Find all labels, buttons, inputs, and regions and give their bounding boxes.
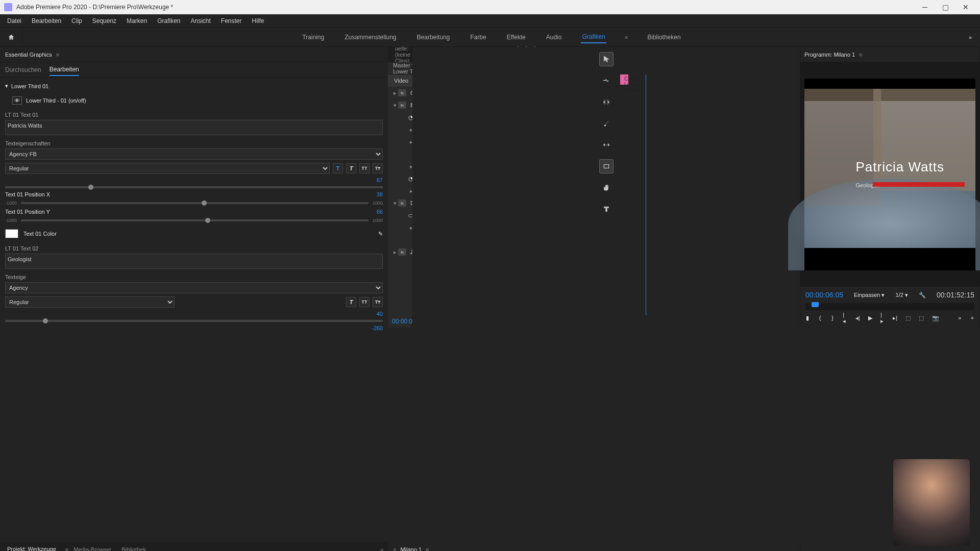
timeline-tab[interactable]: Milano 1 (400, 546, 422, 552)
ripple-edit-tool[interactable] (599, 95, 614, 109)
program-scrubber[interactable] (805, 303, 974, 310)
eg-text01-input[interactable] (5, 120, 383, 135)
selection-tool[interactable] (599, 52, 614, 66)
eg-posx-slider[interactable] (21, 202, 369, 204)
fit-dropdown[interactable]: Einpassen ▾ (854, 292, 885, 298)
resolution-dropdown[interactable]: 1/2 ▾ (896, 292, 908, 298)
mark-out-button[interactable]: } (830, 312, 835, 323)
eg-color-swatch[interactable] (5, 229, 18, 238)
eg-italic-button[interactable]: T (346, 163, 356, 173)
menu-marken[interactable]: Marken (121, 15, 152, 27)
timeline-panel: × Milano 1 ≡ 00:00:06:05 ⚲ 🔗 ▮ ⚙ 🔧 🔒V6⊡👁… (388, 542, 800, 551)
workspace-bearbeitung[interactable]: Bearbeitung (416, 32, 451, 43)
go-to-out-button[interactable]: ▸| (893, 312, 897, 323)
workspace-farbe[interactable]: Farbe (469, 32, 487, 43)
play-button[interactable]: ▶ (868, 312, 872, 323)
eg-font-select[interactable]: Agency FB (5, 148, 383, 160)
add-button[interactable]: + (970, 312, 974, 323)
fx-badge[interactable]: fx (398, 102, 406, 109)
eg-tab-durchsuchen[interactable]: Durchsuchen (5, 64, 41, 76)
slip-tool[interactable] (599, 138, 614, 152)
menu-bearbeiten[interactable]: Bearbeiten (27, 15, 66, 27)
eg-tab-bearbeiten[interactable]: Bearbeiten (50, 64, 79, 76)
add-marker-button[interactable]: ▮ (805, 312, 810, 323)
fx-badge[interactable]: fx (398, 89, 406, 96)
program-timecode[interactable]: 00:00:06:05 (805, 291, 843, 299)
eg-layer-row[interactable]: 👁 Lower Third - 01 (on/off) (5, 94, 383, 107)
eg-size2-slider[interactable] (5, 320, 383, 322)
eg-smallcaps2-button[interactable]: Tᴛ (373, 297, 383, 307)
eg-size-value[interactable]: 87 (377, 177, 383, 183)
step-back-button[interactable]: ◂| (855, 312, 860, 323)
eg-allcaps-button[interactable]: TT (359, 163, 370, 173)
menu-grafiken[interactable]: Grafiken (152, 15, 185, 27)
eg-posx-value[interactable]: 38 (377, 191, 383, 197)
hand-tool[interactable] (599, 181, 614, 195)
eg-menu-icon[interactable]: ≡ (56, 52, 59, 58)
fx-badge[interactable]: fx (398, 248, 406, 256)
maximize-button[interactable]: ▢ (935, 0, 955, 14)
fx-badge[interactable]: fx (398, 199, 406, 207)
eg-posy-slider[interactable] (21, 219, 369, 221)
eg-smallcaps-button[interactable]: Tᴛ (373, 163, 383, 173)
workspace-menu-icon[interactable]: ≡ (625, 34, 628, 40)
panel-overflow-icon[interactable]: » (376, 546, 387, 552)
eye-icon[interactable]: 👁 (12, 96, 22, 105)
effect-controls-panel: uelle: (keine Clips) Lumetri-Scopes Effe… (388, 47, 412, 328)
close-tab-icon[interactable]: × (393, 546, 396, 552)
program-menu-icon[interactable]: ≡ (859, 52, 862, 58)
tab-projekt[interactable]: Projekt: Werkzeuge (2, 543, 61, 551)
rectangle-tool[interactable] (599, 159, 614, 173)
ec-playhead[interactable] (646, 74, 646, 315)
type-tool[interactable] (599, 202, 614, 216)
eg-size2-value[interactable]: 40 (377, 311, 383, 317)
eg-weight2-select[interactable]: Regular (5, 296, 175, 308)
button-editor[interactable]: » (958, 312, 962, 323)
eg-text02-input[interactable] (5, 254, 383, 269)
step-forward-button[interactable]: |▸ (880, 312, 885, 323)
menu-clip[interactable]: Clip (66, 15, 87, 27)
lift-button[interactable]: ⬚ (905, 312, 911, 323)
eg-size-slider[interactable] (5, 186, 383, 188)
home-button[interactable] (0, 28, 22, 47)
eg-allcaps2-button[interactable]: TT (359, 297, 370, 307)
export-frame-button[interactable]: 📷 (932, 312, 939, 323)
eg-section-lower-third[interactable]: ▾ Lower Third 01 (5, 83, 383, 89)
menu-ansicht[interactable]: Ansicht (185, 15, 215, 27)
track-select-tool[interactable] (599, 73, 614, 88)
extract-button[interactable]: ⬚ (919, 312, 924, 323)
menu-hilfe[interactable]: Hilfe (247, 15, 270, 27)
program-tab[interactable]: Programm: Milano 1 (804, 52, 855, 58)
eg-italic2-button[interactable]: T (346, 297, 356, 307)
razor-tool[interactable] (599, 116, 614, 131)
menu-sequenz[interactable]: Sequenz (87, 15, 121, 27)
program-canvas[interactable]: Patricia Watts Geologist (804, 79, 975, 270)
tab-media-browser[interactable]: Media-Browser (68, 543, 116, 552)
workspace-overflow[interactable]: » (961, 34, 980, 40)
titlebar: Adobe Premiere Pro 2020 - D:\Premiere Pr… (0, 0, 980, 14)
menu-fenster[interactable]: Fenster (216, 15, 247, 27)
workspace-grafiken[interactable]: Grafiken (581, 31, 606, 43)
tab-bibliothek[interactable]: Bibliothek (116, 543, 151, 552)
ec-clip-bar: Creative Lower Thirds (620, 74, 628, 85)
eyedropper-icon[interactable]: ✎ (378, 231, 383, 237)
mark-in-button[interactable]: { (818, 312, 822, 323)
eg-posy-value[interactable]: 66 (377, 209, 383, 215)
eg-text02-label: LT 01 Text 02 (5, 245, 383, 252)
workspace-effekte[interactable]: Effekte (506, 32, 527, 43)
settings-icon[interactable]: 🔧 (919, 292, 926, 298)
menu-datei[interactable]: Datei (2, 15, 27, 27)
timeline-menu-icon[interactable]: ≡ (426, 546, 429, 552)
eg-bold-button[interactable]: T (333, 163, 343, 173)
go-to-in-button[interactable]: |◂ (843, 312, 847, 323)
workspace-audio[interactable]: Audio (545, 32, 563, 43)
workspace-zusammenstellung[interactable]: Zusammenstellung (344, 32, 397, 43)
eg-font2-select[interactable]: Agency (5, 282, 383, 293)
eg-weight-select[interactable]: Regular (5, 163, 330, 174)
eg-neg260[interactable]: -260 (372, 325, 383, 331)
minimize-button[interactable]: ─ (915, 0, 935, 14)
workspace-bibliotheken[interactable]: Bibliotheken (646, 32, 681, 43)
eg-color-label: Text 01 Color (18, 231, 378, 237)
workspace-training[interactable]: Training (301, 32, 325, 43)
close-button[interactable]: ✕ (955, 0, 976, 14)
